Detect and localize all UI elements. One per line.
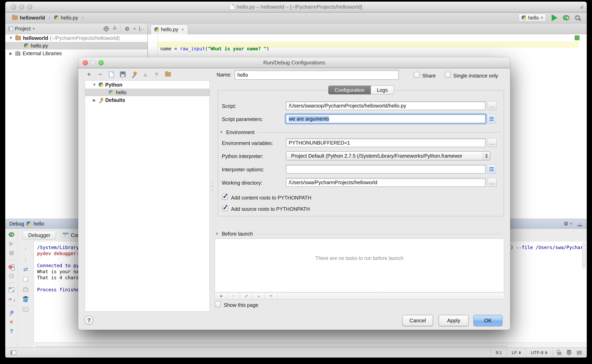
lock-icon[interactable]	[557, 352, 561, 355]
environment-section-header[interactable]: ▼ Environment	[219, 130, 501, 135]
splitter-handle[interactable]	[211, 182, 213, 194]
before-launch-section-header[interactable]: ▼ Before launch	[215, 231, 501, 237]
tree-item-hello[interactable]: hello	[85, 89, 209, 96]
expand-options-button[interactable]	[487, 164, 496, 174]
remove-task-button[interactable]: −	[228, 292, 240, 299]
chevron-down-icon[interactable]: ▾	[33, 26, 35, 31]
show-command-line-icon[interactable]	[23, 307, 28, 312]
share-checkbox[interactable]	[414, 72, 420, 78]
minimize-window-button[interactable]	[19, 4, 24, 10]
close-toolwindow-icon[interactable]: ×	[8, 319, 15, 325]
disclosure-open-icon[interactable]: ▼	[92, 83, 97, 87]
debug-button[interactable]	[563, 15, 569, 20]
chevron-down-icon[interactable]: ▾	[570, 221, 572, 226]
gear-icon[interactable]	[125, 26, 130, 31]
help-button[interactable]: ?	[84, 316, 94, 325]
resume-program-icon[interactable]	[9, 241, 14, 247]
encoding-widget[interactable]: UTF-8	[526, 348, 552, 358]
remove-configuration-button[interactable]: −	[97, 71, 104, 78]
copy-configuration-icon[interactable]	[108, 71, 115, 78]
share-label[interactable]: Share	[422, 73, 436, 79]
close-window-button[interactable]	[11, 4, 16, 10]
close-tab-icon[interactable]: ×	[181, 26, 184, 32]
print-icon[interactable]	[23, 288, 28, 292]
working-directory-field[interactable]: /Users/swa/PycharmProjects/helloworld	[286, 178, 485, 187]
soft-wrap-icon[interactable]: ⇄	[22, 266, 29, 272]
breadcrumb-project[interactable]: helloworld	[20, 15, 45, 21]
ok-button[interactable]: OK	[473, 315, 503, 326]
gear-icon[interactable]	[564, 221, 569, 226]
event-log-icon[interactable]	[577, 351, 582, 355]
locate-icon[interactable]	[104, 26, 109, 31]
clear-console-icon[interactable]	[23, 298, 28, 302]
run-button[interactable]	[552, 14, 557, 21]
console-horizontal-scrollbar[interactable]	[34, 342, 587, 347]
save-configuration-icon[interactable]	[119, 71, 126, 78]
disclosure-open-icon[interactable]: ▼	[8, 36, 13, 40]
toolwindow-toggle-icon[interactable]	[10, 351, 16, 355]
tree-group-defaults[interactable]: ▶ Defaults	[85, 96, 209, 104]
caret-position-widget[interactable]: 9:1	[491, 348, 507, 358]
run-configuration-select[interactable]: hello ▾	[519, 14, 546, 22]
python-interpreter-select[interactable]: Project Default (Python 2.7.5 (/System/L…	[286, 151, 490, 161]
single-instance-label[interactable]: Single instance only	[453, 73, 498, 79]
tree-row-project-root[interactable]: ▼ helloworld (~/PycharmProjects/hellowor…	[5, 34, 147, 42]
scroll-to-end-icon[interactable]	[23, 277, 28, 281]
add-content-roots-checkbox[interactable]: ✓	[222, 194, 228, 200]
restore-layout-icon[interactable]	[9, 287, 14, 292]
move-task-down-button[interactable]: ▼	[265, 292, 277, 299]
edit-task-button[interactable]	[240, 292, 252, 299]
sort-alpha-icon[interactable]: ↓a z	[8, 296, 15, 302]
console-vertical-scrollbar[interactable]	[582, 242, 585, 269]
single-instance-checkbox[interactable]	[445, 72, 451, 78]
move-up-button[interactable]: ▲	[142, 71, 149, 78]
edit-defaults-icon[interactable]	[131, 71, 138, 78]
inspector-icon[interactable]	[567, 350, 572, 355]
apply-button[interactable]: Apply	[438, 315, 469, 326]
cancel-button[interactable]: Cancel	[402, 315, 433, 326]
tab-debugger[interactable]: Debugger	[23, 231, 56, 240]
show-this-page-checkbox[interactable]	[215, 301, 221, 307]
move-down-button[interactable]: ▼	[153, 71, 160, 78]
browse-environment-button[interactable]: …	[488, 138, 497, 147]
editor-tab-hello-py[interactable]: hello.py ×	[151, 25, 188, 34]
close-dialog-button[interactable]	[83, 60, 88, 65]
script-parameters-field[interactable]: we are arguments	[286, 114, 485, 123]
expand-parameters-button[interactable]	[487, 114, 496, 124]
hide-toolwindow-icon[interactable]	[577, 221, 583, 226]
add-configuration-button[interactable]: +	[86, 71, 92, 78]
stop-icon[interactable]	[9, 251, 14, 255]
disclosure-open-icon[interactable]: ▼	[219, 130, 223, 135]
add-source-roots-checkbox[interactable]: ✓	[222, 205, 228, 211]
up-stack-trace-icon[interactable]: ↑	[22, 246, 29, 252]
down-stack-trace-icon[interactable]: ↓	[22, 256, 29, 262]
chevron-down-icon[interactable]: ▾	[134, 26, 136, 31]
mute-breakpoints-icon[interactable]	[9, 274, 14, 279]
minimize-dialog-button[interactable]	[91, 60, 96, 65]
disclosure-closed-icon[interactable]: ▶	[8, 51, 13, 56]
browse-script-button[interactable]: …	[488, 101, 497, 110]
zoom-window-button[interactable]	[27, 4, 32, 10]
create-folder-icon[interactable]	[165, 71, 171, 78]
breadcrumb-file[interactable]: hello.py	[61, 15, 78, 21]
help-icon[interactable]: ?	[8, 328, 15, 334]
disclosure-closed-icon[interactable]: ▶	[92, 98, 97, 103]
view-breakpoints-icon[interactable]	[8, 264, 14, 269]
add-content-roots-label[interactable]: Add content roots to PYTHONPATH	[231, 195, 311, 201]
add-task-button[interactable]: +	[215, 292, 228, 299]
show-this-page-label[interactable]: Show this page	[224, 302, 258, 308]
environment-variables-field[interactable]: PYTHONUNBUFFERED=1	[286, 138, 485, 147]
fullscreen-icon[interactable]	[579, 5, 583, 8]
tree-row-external-libraries[interactable]: ▶ External Libraries	[5, 50, 147, 57]
interpreter-options-field[interactable]	[286, 165, 485, 174]
project-panel-title[interactable]: Project	[15, 26, 31, 32]
tab-logs[interactable]: Logs	[371, 85, 394, 94]
name-field[interactable]: hello	[235, 70, 399, 80]
line-separator-widget[interactable]: LF	[507, 348, 526, 358]
inspection-status-icon[interactable]	[575, 35, 579, 40]
script-field[interactable]: /Users/swaroop/PycharmProjects/helloworl…	[286, 101, 485, 110]
tree-row-hello-py[interactable]: hello.py	[5, 42, 147, 50]
tab-configuration[interactable]: Configuration	[328, 85, 371, 94]
tree-group-python[interactable]: ▼ Python	[85, 81, 209, 89]
browse-working-directory-button[interactable]: …	[488, 178, 497, 187]
